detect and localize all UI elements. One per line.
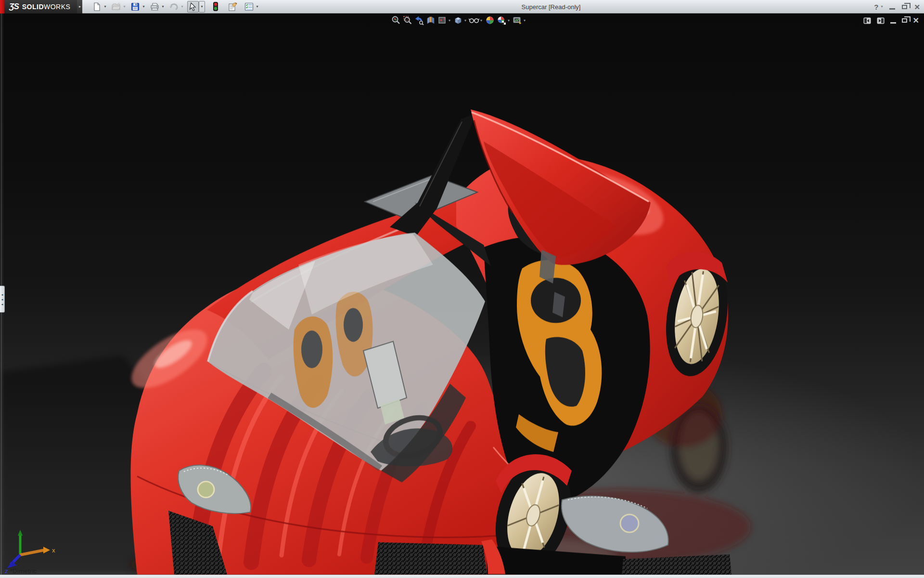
supercar-3d-model[interactable] xyxy=(0,13,924,575)
document-minimize-button[interactable] xyxy=(890,18,896,24)
file-properties-icon xyxy=(228,2,238,11)
status-bar xyxy=(0,575,924,578)
file-properties-button[interactable] xyxy=(227,1,239,13)
open-icon xyxy=(112,2,121,11)
collapse-arrow-icon: ◂ xyxy=(1,302,3,306)
minimize-button[interactable] xyxy=(889,4,895,10)
collapse-arrow-icon: ◂ xyxy=(1,298,3,301)
edit-appearance-icon xyxy=(485,15,495,25)
display-style-dropdown[interactable]: ▾ xyxy=(464,18,466,23)
solidworks-logo: ƷS SOLIDWORKS xyxy=(4,0,77,13)
section-view-icon xyxy=(426,15,436,25)
view-orientation-button[interactable] xyxy=(437,15,448,26)
document-restore-button[interactable] xyxy=(902,18,907,23)
select-cursor-icon xyxy=(189,2,197,11)
next-pane-button[interactable] xyxy=(877,17,885,24)
options-dropdown[interactable]: ▾ xyxy=(255,4,260,9)
previous-pane-button[interactable] xyxy=(863,17,871,24)
front-grille xyxy=(374,542,487,575)
section-view-button[interactable] xyxy=(425,15,436,26)
previous-view-icon xyxy=(414,15,424,25)
document-title: Supercar [Read-only] xyxy=(522,0,581,13)
standard-toolbar: ▾ ▾ ▾ xyxy=(91,1,262,13)
menu-expander-button[interactable]: ▸ xyxy=(77,0,82,13)
help-button[interactable]: ? xyxy=(874,3,878,11)
zoom-to-fit-button[interactable] xyxy=(391,15,401,26)
view-settings-dropdown[interactable]: ▾ xyxy=(524,18,526,23)
zoom-to-area-button[interactable] xyxy=(402,15,413,26)
open-button[interactable] xyxy=(110,1,122,13)
hide-show-items-dropdown[interactable]: ▾ xyxy=(480,18,482,23)
document-close-button[interactable]: ✕ xyxy=(913,16,919,25)
hide-show-items-button[interactable] xyxy=(469,15,479,26)
print-button[interactable] xyxy=(149,1,160,13)
zoom-to-area-icon xyxy=(403,15,412,25)
save-icon xyxy=(131,2,140,11)
minimize-icon xyxy=(889,8,895,10)
apply-scene-icon xyxy=(497,15,506,25)
print-icon xyxy=(150,2,159,11)
rebuild-button[interactable] xyxy=(210,1,221,13)
options-icon xyxy=(244,2,254,11)
view-orientation-dropdown[interactable]: ▾ xyxy=(449,18,450,23)
undo-button[interactable] xyxy=(168,1,180,13)
brand-name: SOLIDWORKS xyxy=(22,3,71,11)
restore-icon xyxy=(902,5,907,9)
minimize-icon xyxy=(890,22,896,24)
graphics-viewport[interactable]: ▾ ▾ ▾ xyxy=(0,13,924,575)
brand-red-strip xyxy=(0,0,4,13)
edit-appearance-button[interactable] xyxy=(485,15,495,26)
triad-x-label: x xyxy=(52,547,55,554)
new-document-dropdown[interactable]: ▾ xyxy=(103,4,107,9)
restore-icon xyxy=(902,18,907,23)
view-orientation-icon xyxy=(437,15,447,25)
select-tool-button[interactable] xyxy=(187,1,199,13)
help-dropdown[interactable]: ▾ xyxy=(881,5,883,9)
zoom-to-fit-icon xyxy=(391,15,401,25)
collapse-pane-tab[interactable]: ◂ ◂ ◂ xyxy=(0,286,5,313)
display-style-button[interactable] xyxy=(453,15,463,26)
document-window-controls: ✕ xyxy=(863,16,919,25)
window-controls: ? ▾ ✕ xyxy=(874,0,920,13)
save-button[interactable] xyxy=(129,1,141,13)
hide-show-items-icon xyxy=(469,15,479,25)
previous-view-button[interactable] xyxy=(414,15,424,26)
apply-scene-dropdown[interactable]: ▾ xyxy=(508,18,510,23)
open-dropdown[interactable]: ▾ xyxy=(122,4,127,9)
close-button[interactable]: ✕ xyxy=(914,3,920,11)
rebuild-traffic-light-icon xyxy=(213,2,218,11)
headsup-view-toolbar: ▾ ▾ ▾ xyxy=(391,15,528,26)
view-settings-icon xyxy=(513,15,522,25)
3ds-logo-mark: ƷS xyxy=(9,2,19,12)
view-orientation-label: *Dimetric xyxy=(10,567,37,575)
display-style-icon xyxy=(453,15,463,25)
new-document-button[interactable] xyxy=(91,1,103,13)
titlebar: ƷS SOLIDWORKS ▸ ▾ ▾ xyxy=(0,0,924,13)
triad-z-label: z xyxy=(5,567,8,574)
undo-dropdown[interactable]: ▾ xyxy=(180,4,184,9)
select-tool-dropdown[interactable]: ▾ xyxy=(199,1,205,13)
options-button[interactable] xyxy=(244,1,255,13)
view-settings-button[interactable] xyxy=(512,15,523,26)
new-document-icon xyxy=(92,2,101,11)
save-dropdown[interactable]: ▾ xyxy=(141,4,146,9)
collapse-arrow-icon: ◂ xyxy=(1,293,3,296)
undo-icon xyxy=(169,2,179,11)
apply-scene-button[interactable] xyxy=(496,15,507,26)
print-dropdown[interactable]: ▾ xyxy=(160,4,165,9)
restore-button[interactable] xyxy=(902,5,907,9)
